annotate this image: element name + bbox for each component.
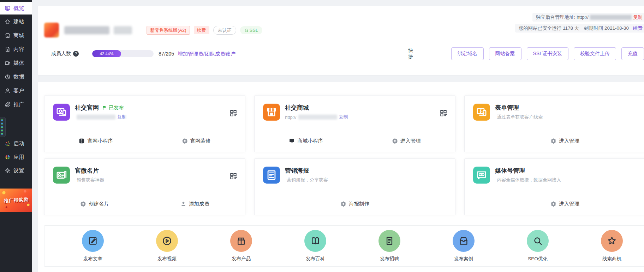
member-progress-percent: 42.44% [100,52,113,56]
app-card-action[interactable]: 商城小程序 [289,138,323,144]
renew-link[interactable]: 续费 [633,25,643,31]
app-card-action[interactable]: 添加成员 [180,201,209,207]
expire-text: 到期时间 2021-08-30 [584,25,629,31]
header-info: 独立后台管理地址: http:// 复制 您的网站已安全运行 1178 天 到期… [515,13,644,33]
unverified-badge: 未认证 [213,26,236,35]
app-card-subline: 销售获客神器 [75,177,104,183]
publish-shortcuts: 发布文章 发布视频 发布产品 发布百科 发布招聘 发布案例 SEO优化 [44,225,644,267]
shortcut-item[interactable]: 发布文章 [56,230,130,262]
gear-icon [550,138,556,144]
quick-action-button[interactable]: 充值 [621,47,644,60]
sidebar-item[interactable]: 客户 [0,84,32,97]
star-icon [601,230,623,252]
sidebar-item[interactable]: 商城 [0,29,32,42]
app-card-action[interactable]: 官网小程序 [79,138,113,144]
main-panel: 社交官网 已发布 复制 [38,82,644,272]
copy-url-link[interactable]: 复制 [339,114,348,120]
sidebar-item[interactable]: 媒体 [0,56,32,70]
quick-action-button[interactable]: 绑定域名 [451,47,484,60]
quick-action-button[interactable]: 网站备案 [489,47,521,60]
quick-buttons: 绑定域名网站备案SSL证书安装校验文件上传充值 [446,47,644,60]
promo-banner-text: 推广得奖励 [4,196,29,204]
sidebar-item[interactable]: 概览 [0,2,32,15]
poster-icon [263,167,280,184]
sidebar-item[interactable]: 应用 [0,150,32,164]
person-icon [5,88,11,94]
home-icon [5,19,11,25]
sidebar-item-label: 客户 [13,87,24,94]
sidebar-item-label: 媒体 [13,60,24,66]
app-card-actions: 海报制作 [255,193,455,215]
shortcut-item[interactable]: 发布招聘 [352,230,427,262]
action-label: 官网装修 [190,138,211,144]
play-icon [156,230,178,252]
edition-badge: 新零售系统版(A2) [147,26,190,35]
header-panel: 新零售系统版(A2) 续费 未认证 SSL 独立后台管理地址: http:// … [38,6,644,75]
sidebar-item[interactable]: 内容 [0,42,32,56]
app-card-subtitle: 销售获客神器 [77,177,104,183]
shop-icon [5,33,11,39]
sidebar-item[interactable]: 启动 [0,137,32,150]
shortcut-item[interactable]: 线索商机 [575,230,644,262]
shortcut-item[interactable]: 发布视频 [130,230,204,262]
quick-action-button[interactable]: 校验文件上传 [574,47,616,60]
idcard-icon [53,167,70,184]
sidebar-item[interactable]: 设置 [0,164,32,177]
media-icon [5,60,11,66]
app-card-action[interactable]: 官网装修 [182,138,211,144]
copy-url-link[interactable]: 复制 [117,114,126,120]
copy-admin-url-link[interactable]: 复制 [633,14,643,21]
shortcut-label: SEO优化 [528,256,548,262]
ssl-badge: SSL [240,26,263,34]
qr-code-icon[interactable] [229,172,237,180]
clip-icon [5,102,11,108]
member-row: 成员人数 ? 42.44% 87/205 增加管理员/团队成员账户 [51,47,235,60]
qr-code-icon[interactable] [440,109,447,117]
app-card-subline: 营销海报，分享获客 [285,177,328,183]
app-card-action[interactable]: 进入管理 [392,138,421,144]
admin-url-row: 独立后台管理地址: http:// 复制 [532,13,644,22]
shortcut-item[interactable]: SEO优化 [501,230,575,262]
runtime-text: 您的网站已安全运行 1178 天 [519,25,579,31]
sidebar-item[interactable]: 推广 [0,98,32,111]
gift-icon [230,230,252,252]
app-card-action[interactable]: 创建名片 [80,201,109,207]
app-card-action[interactable]: 海报制作 [340,201,369,207]
shortcut-label: 发布案例 [454,256,473,262]
quick-actions: 快捷 绑定域名网站备案SSL证书安装校验文件上传充值 [408,47,644,60]
app-card-actions: 进入管理 [465,130,644,152]
qr-code-icon[interactable] [229,109,237,117]
sidebar-item[interactable]: 数据 [0,70,32,83]
help-icon[interactable]: ? [73,51,79,57]
app-card-action[interactable]: 进入管理 [550,201,579,207]
renew-badge[interactable]: 续费 [194,26,209,34]
app-card: 营销海报 营销海报，分享获客 [254,158,455,215]
app-cards: 社交官网 已发布 复制 [44,96,644,215]
member-count-label: 成员人数 [51,51,71,57]
quick-action-button[interactable]: SSL证书安装 [527,47,568,60]
member-count-value: 87/205 [159,51,174,57]
add-member-link[interactable]: 增加管理员/团队成员账户 [178,51,235,57]
sidebar-drag-handle[interactable] [0,117,6,137]
flag-icon [102,105,107,110]
app-card-action[interactable]: 进入管理 [550,138,579,144]
shortcut-label: 发布百科 [306,256,325,262]
shortcut-item[interactable]: 发布案例 [427,230,501,262]
app-card-title: 官微名片 [75,167,99,175]
action-label: 进入管理 [559,201,579,207]
shortcut-item[interactable]: 发布产品 [204,230,278,262]
promo-banner[interactable]: 推广得奖励 [0,189,32,212]
site-logo [44,23,59,37]
app-card-title: 社交官网 [75,104,99,112]
sidebar-item-label: 建站 [13,18,24,25]
shortcut-label: 发布视频 [157,256,177,262]
shortcut-item[interactable]: 发布百科 [278,230,352,262]
app-card-subtitle: 通过表单获取客户线索 [497,114,543,120]
pie-icon [5,74,11,80]
doclist-icon [378,230,400,252]
sidebar-item[interactable]: 建站 [0,15,32,28]
sidebar-item-label: 内容 [13,46,24,53]
lock-icon [244,28,249,33]
sidebar-item-label: 应用 [13,154,24,161]
badges: 新零售系统版(A2) 续费 未认证 SSL [147,26,262,35]
